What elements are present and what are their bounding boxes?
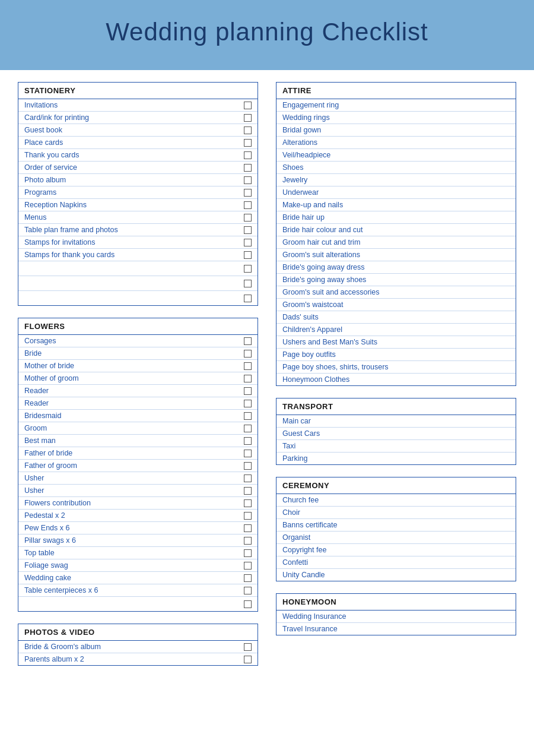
checkbox[interactable] <box>244 126 252 134</box>
list-item: Menus <box>18 211 258 224</box>
checkbox[interactable] <box>244 151 252 159</box>
checkbox[interactable] <box>244 587 252 594</box>
item-label: Bridal gown <box>282 126 321 134</box>
no-checkbox <box>502 521 510 529</box>
checkbox[interactable] <box>244 239 252 246</box>
item-label: Wedding cake <box>24 574 71 582</box>
checkbox[interactable] <box>244 600 252 608</box>
checkbox[interactable] <box>244 295 252 302</box>
checkbox[interactable] <box>244 462 252 470</box>
section-attire: ATTIREEngagement ringWedding ringsBridal… <box>276 82 516 386</box>
checkbox[interactable] <box>244 412 252 420</box>
checkbox[interactable] <box>244 176 252 184</box>
item-label: Ushers and Best Man's Suits <box>282 338 377 346</box>
list-item: Pew Ends x 6 <box>18 522 258 534</box>
no-checkbox <box>502 455 510 463</box>
checkbox[interactable] <box>244 562 252 570</box>
checkbox[interactable] <box>244 387 252 395</box>
list-item: Bride's going away shoes <box>276 274 516 286</box>
checkbox[interactable] <box>244 400 252 407</box>
item-label: Card/ink for printing <box>24 113 89 122</box>
item-label: Mother of bride <box>24 362 74 370</box>
no-checkbox <box>502 430 510 438</box>
checkbox[interactable] <box>244 226 252 234</box>
checkbox[interactable] <box>244 337 252 345</box>
list-item: Pedestal x 2 <box>18 510 258 522</box>
checkbox[interactable] <box>244 362 252 370</box>
no-checkbox <box>502 114 510 122</box>
list-item: Organist <box>276 532 516 544</box>
item-label: Groom's suit alterations <box>282 251 360 259</box>
list-item: Reception Napkins <box>18 199 258 211</box>
checkbox[interactable] <box>244 656 252 663</box>
list-item: Wedding Insurance <box>276 611 516 623</box>
item-label: Bride hair colour and cut <box>282 226 363 234</box>
checkbox[interactable] <box>244 114 252 122</box>
no-checkbox <box>502 276 510 284</box>
checkbox[interactable] <box>244 437 252 445</box>
no-checkbox <box>502 251 510 259</box>
checkbox[interactable] <box>244 499 252 507</box>
checkbox[interactable] <box>244 450 252 457</box>
list-item: Pillar swags x 6 <box>18 534 258 547</box>
checkbox[interactable] <box>244 512 252 520</box>
no-checkbox <box>502 571 510 579</box>
list-item: Confetti <box>276 556 516 569</box>
item-label: Copyright fee <box>282 546 326 554</box>
checkbox[interactable] <box>244 139 252 147</box>
checkbox[interactable] <box>244 375 252 382</box>
list-item: Table centerpieces x 6 <box>18 584 258 597</box>
item-label: Top table <box>24 549 55 557</box>
checkbox[interactable] <box>244 487 252 495</box>
checkbox[interactable] <box>244 537 252 545</box>
section-photos-video: PHOTOS & VIDEOBride & Groom's albumParen… <box>18 624 258 666</box>
list-item: Usher <box>18 472 258 485</box>
list-item: Usher <box>18 485 258 497</box>
section-title-attire: ATTIRE <box>276 83 516 99</box>
checkbox[interactable] <box>244 475 252 482</box>
item-label: Reader <box>24 387 49 395</box>
checkbox[interactable] <box>244 214 252 222</box>
item-label: Pew Ends x 6 <box>24 524 69 532</box>
no-checkbox <box>502 559 510 567</box>
no-checkbox <box>502 326 510 334</box>
no-checkbox <box>502 351 510 359</box>
item-label: Main car <box>282 417 311 425</box>
list-item: Parents album x 2 <box>18 653 258 665</box>
checkbox[interactable] <box>244 102 252 109</box>
item-label: Bride & Groom's album <box>24 643 101 651</box>
no-checkbox <box>502 139 510 147</box>
list-item: Bride & Groom's album <box>18 641 258 653</box>
item-label: Veil/headpiece <box>282 151 330 159</box>
checkbox[interactable] <box>244 164 252 172</box>
list-item <box>18 276 258 291</box>
list-item: Best man <box>18 435 258 447</box>
item-label: Usher <box>24 474 44 482</box>
no-checkbox <box>502 176 510 184</box>
checkbox[interactable] <box>244 425 252 432</box>
checkbox[interactable] <box>244 549 252 557</box>
section-flowers: FLOWERSCorsagesBrideMother of brideMothe… <box>18 318 258 612</box>
section-title-flowers: FLOWERS <box>18 318 258 335</box>
list-item: Flowers contribution <box>18 497 258 510</box>
list-item: Mother of groom <box>18 372 258 385</box>
list-item: Card/ink for printing <box>18 112 258 124</box>
no-checkbox <box>502 496 510 504</box>
checkbox[interactable] <box>244 189 252 197</box>
checkbox[interactable] <box>244 350 252 358</box>
item-label: Father of bride <box>24 449 72 457</box>
checkbox[interactable] <box>244 574 252 582</box>
checkbox[interactable] <box>244 265 252 273</box>
checkbox[interactable] <box>244 643 252 651</box>
list-item: Alterations <box>276 137 516 149</box>
checkbox[interactable] <box>244 280 252 287</box>
checkbox[interactable] <box>244 201 252 209</box>
item-label: Parents album x 2 <box>24 655 84 663</box>
list-item: Order of service <box>18 162 258 174</box>
checkbox[interactable] <box>244 524 252 532</box>
checkbox[interactable] <box>244 251 252 259</box>
page-title: Wedding planning Checklist <box>12 18 522 46</box>
item-label: Usher <box>24 486 44 495</box>
list-item: Parking <box>276 453 516 464</box>
list-item: Guest book <box>18 124 258 137</box>
